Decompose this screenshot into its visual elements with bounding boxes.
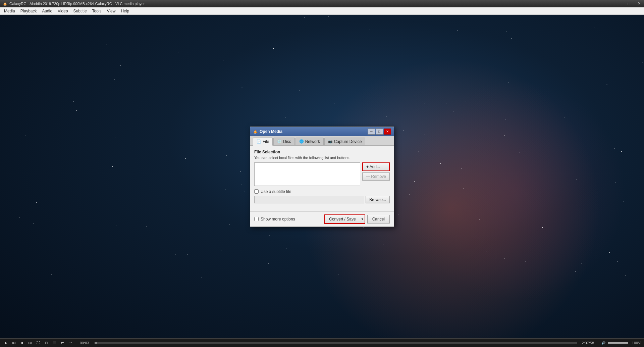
capture-icon: 📷 [328,139,333,144]
progress-fill [95,342,97,344]
dialog-footer: Show more options Convert / Save ▼ Cance… [250,211,394,227]
fast-forward-button[interactable]: ⏭ [27,340,34,346]
file-list-area: + Add... — Remove [254,162,390,186]
file-list-buttons: + Add... — Remove [362,162,390,186]
stop-button[interactable]: ■ [19,340,25,346]
dialog-title-controls: ─ □ ✕ [368,129,391,135]
menu-media[interactable]: Media [1,8,18,14]
cancel-button[interactable]: Cancel [367,215,390,224]
tab-network-label: Network [305,139,320,144]
play-button[interactable]: ▶ [3,340,9,346]
disc-icon: 💿 [277,139,282,144]
volume-area: 🔊 100% [597,340,644,346]
time-total: 2:07:58 [578,341,597,345]
playback-controls: ▶ ⏮ ■ ⏭ ⛶ ⊟ ☰ ⇄ ⇀ [0,340,76,346]
menu-video[interactable]: Video [55,8,70,14]
fullscreen-button[interactable]: ⛶ [35,340,42,346]
show-more-checkbox[interactable] [254,217,259,221]
file-list-box [254,162,360,186]
show-more-row: Show more options [254,217,295,221]
window-title: GalaxyRG - Aladdin.2019.720p.HDRip.900MB… [9,2,145,6]
subtitle-checkbox-label: Use a subtitle file [261,189,291,194]
svg-rect-1 [4,5,6,6]
tab-file-label: File [263,139,269,144]
dialog-body: File Selection You can select local file… [250,146,394,211]
loop-button[interactable]: ⇄ [59,340,66,346]
tab-capture-label: Capture Device [334,139,362,144]
rewind-button[interactable]: ⏮ [11,340,17,346]
progress-bar[interactable] [95,342,577,344]
dialog-close-button[interactable]: ✕ [384,129,391,135]
restore-button[interactable]: □ [624,0,634,7]
title-bar: GalaxyRG - Aladdin.2019.720p.HDRip.900MB… [0,0,644,7]
dialog-minimize-button[interactable]: ─ [368,129,375,135]
menu-help[interactable]: Help [118,8,132,14]
tab-file[interactable]: 📄 File [253,138,273,146]
convert-save-dropdown[interactable]: ▼ [360,214,365,224]
close-button[interactable]: ✕ [634,0,644,7]
menu-view[interactable]: View [104,8,118,14]
dialog-restore-button[interactable]: □ [376,129,383,135]
dialog-titlebar-left: Open Media [253,129,282,134]
file-icon: 📄 [257,139,261,144]
dialog-overlay: Open Media ─ □ ✕ 📄 File 💿 Disc [250,127,394,227]
vlc-logo-icon [3,1,7,6]
random-button[interactable]: ⇀ [67,340,74,346]
file-selection-desc: You can select local files with the foll… [254,156,390,160]
file-selection-title: File Selection [254,150,390,154]
subtitle-checkbox-row: Use a subtitle file [254,189,390,194]
tab-network[interactable]: 🌐 Network [296,138,324,145]
dialog-vlc-icon [253,129,258,134]
mute-button[interactable]: 🔊 [600,340,607,346]
convert-save-group: Convert / Save ▼ [324,214,365,224]
playlist-button[interactable]: ☰ [51,340,58,346]
remove-button[interactable]: — Remove [362,172,390,181]
dialog-tabs: 📄 File 💿 Disc 🌐 Network 📷 Capture Device [250,136,394,146]
minimize-button[interactable]: ─ [614,0,624,7]
volume-slider[interactable] [608,342,628,344]
menu-playback[interactable]: Playback [18,8,40,14]
svg-rect-5 [254,133,256,134]
status-bar: ▶ ⏮ ■ ⏭ ⛶ ⊟ ☰ ⇄ ⇀ 00:03 2:07:58 🔊 100% [0,338,644,347]
tab-disc-label: Disc [283,139,291,144]
browse-button[interactable]: Browse... [366,196,390,203]
main-area: Open Media ─ □ ✕ 📄 File 💿 Disc [0,15,644,338]
time-elapsed: 00:03 [76,341,93,345]
convert-save-button[interactable]: Convert / Save [324,214,360,224]
menu-audio[interactable]: Audio [39,8,55,14]
subtitle-row: Browse... [254,196,390,203]
footer-buttons: Convert / Save ▼ Cancel [324,214,390,224]
open-media-dialog: Open Media ─ □ ✕ 📄 File 💿 Disc [250,127,394,227]
menu-subtitle[interactable]: Subtitle [71,8,90,14]
tab-capture[interactable]: 📷 Capture Device [324,138,366,145]
network-icon: 🌐 [299,139,304,144]
show-more-label: Show more options [261,217,295,221]
volume-percent: 100% [630,341,641,345]
menu-bar: Media Playback Audio Video Subtitle Tool… [0,7,644,15]
title-controls: ─ □ ✕ [614,0,644,7]
subtitle-checkbox[interactable] [254,189,259,194]
menu-tools[interactable]: Tools [90,8,104,14]
subtitle-path-input[interactable] [254,196,364,203]
dialog-titlebar: Open Media ─ □ ✕ [250,127,394,136]
extended-button[interactable]: ⊟ [43,340,50,346]
tab-disc[interactable]: 💿 Disc [273,138,294,145]
add-button[interactable]: + Add... [362,162,390,171]
title-bar-left: GalaxyRG - Aladdin.2019.720p.HDRip.900MB… [0,1,145,6]
dialog-title: Open Media [260,129,282,134]
